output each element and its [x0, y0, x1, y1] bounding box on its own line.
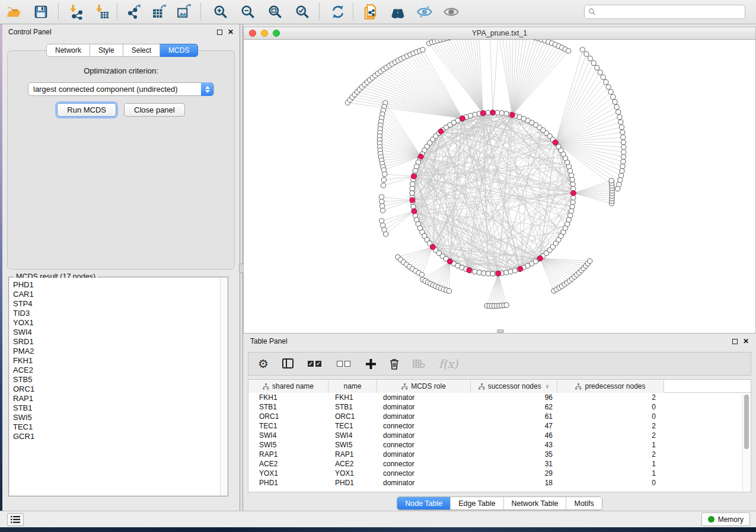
import-network-icon[interactable] — [67, 3, 85, 21]
table-row[interactable]: RAP1RAP1dominator352 — [248, 450, 751, 459]
table-cell[interactable]: YOX1 — [328, 469, 377, 478]
network-canvas[interactable] — [243, 40, 756, 334]
table-cell[interactable]: connector — [377, 440, 471, 450]
column-visibility-icon[interactable] — [282, 358, 294, 369]
table-cell[interactable]: connector — [377, 459, 471, 469]
table-cell[interactable]: 47 — [471, 421, 557, 431]
scrollbar-thumb[interactable] — [744, 395, 749, 449]
table-cell[interactable]: TEC1 — [328, 421, 377, 431]
export-image-icon[interactable] — [176, 3, 193, 21]
mcds-result-item[interactable]: GCR1 — [13, 432, 220, 441]
close-panel-button[interactable]: Close panel — [124, 103, 185, 117]
table-cell[interactable]: 2 — [557, 421, 664, 431]
table-cell[interactable]: ACE2 — [328, 459, 377, 469]
table-cell[interactable]: dominator — [377, 402, 471, 412]
run-mcds-button[interactable]: Run MCDS — [57, 103, 116, 117]
table-cell[interactable]: 29 — [471, 469, 557, 478]
close-panel-icon[interactable]: ✕ — [228, 28, 234, 36]
zoom-fit-icon[interactable] — [266, 3, 284, 21]
tab-select[interactable]: Select — [123, 44, 160, 57]
table-cell[interactable]: 62 — [471, 402, 557, 412]
table-cell[interactable]: 2 — [557, 431, 664, 440]
column-header-successor-nodes[interactable]: successor nodes∨ — [471, 380, 557, 393]
mcds-result-item[interactable]: STB1 — [13, 403, 220, 413]
optimization-criterion-dropdown[interactable]: largest connected component (undirected) — [28, 82, 214, 96]
table-scrollbar[interactable] — [742, 393, 750, 491]
table-row[interactable]: ACE2ACE2connector311 — [248, 459, 751, 469]
table-cell[interactable]: SWI4 — [248, 431, 328, 440]
table-cell[interactable]: 43 — [471, 440, 557, 450]
mcds-result-item[interactable]: ORC1 — [13, 384, 220, 394]
table-cell[interactable]: ORC1 — [248, 412, 328, 421]
float-panel-icon[interactable] — [217, 30, 222, 35]
tab-motifs[interactable]: Motifs — [566, 497, 601, 509]
table-cell[interactable]: 46 — [471, 431, 557, 440]
mcds-result-item[interactable]: CAR1 — [13, 290, 220, 299]
zoom-selected-icon[interactable] — [294, 3, 311, 21]
table-cell[interactable]: dominator — [377, 412, 471, 421]
mcds-result-item[interactable]: SRD1 — [13, 337, 220, 347]
table-cell[interactable]: SWI5 — [248, 440, 328, 450]
network-window-titlebar[interactable]: YPA_prune.txt_1 — [243, 27, 756, 40]
mcds-result-item[interactable]: STP4 — [13, 299, 220, 309]
column-header-MCDS-role[interactable]: MCDS role — [377, 380, 471, 393]
settings-gear-icon[interactable]: ⚙ — [258, 358, 269, 370]
table-cell[interactable]: dominator — [377, 393, 471, 402]
close-table-panel-icon[interactable]: ✕ — [743, 338, 749, 345]
table-row[interactable]: SWI5SWI5connector431 — [248, 440, 751, 450]
table-cell[interactable]: 2 — [557, 393, 664, 402]
table-cell[interactable]: dominator — [377, 478, 471, 488]
tab-edge-table[interactable]: Edge Table — [450, 497, 503, 509]
zoom-out-icon[interactable] — [239, 3, 257, 21]
search-input[interactable] — [596, 8, 741, 16]
table-cell[interactable]: TEC1 — [248, 421, 328, 431]
refresh-icon[interactable] — [329, 3, 347, 21]
mcds-result-item[interactable]: SWI4 — [13, 328, 220, 337]
tab-node-table[interactable]: Node Table — [397, 497, 450, 509]
table-cell[interactable]: dominator — [377, 450, 471, 459]
deselect-all-icon[interactable] — [337, 361, 352, 367]
table-cell[interactable]: 0 — [557, 478, 664, 488]
table-row[interactable]: FKH1FKH1dominator962 — [248, 393, 751, 402]
mcds-result-item[interactable]: STB5 — [13, 375, 220, 384]
table-cell[interactable]: STB1 — [248, 402, 328, 412]
add-column-icon[interactable] — [366, 359, 376, 369]
table-cell[interactable]: 18 — [471, 478, 557, 488]
table-cell[interactable]: 1 — [557, 459, 664, 469]
column-header-shared-name[interactable]: shared name — [248, 380, 328, 393]
table-cell[interactable]: STB1 — [328, 402, 377, 412]
delete-column-icon[interactable] — [390, 358, 399, 370]
table-cell[interactable]: 2 — [557, 450, 664, 459]
table-cell[interactable]: ORC1 — [328, 412, 377, 421]
function-builder-icon[interactable]: f(x) — [439, 357, 458, 370]
mcds-result-item[interactable]: TID3 — [13, 309, 220, 318]
table-row[interactable]: TEC1TEC1connector472 — [248, 421, 751, 431]
tab-mcds[interactable]: MCDS — [160, 44, 198, 57]
show-graphics-details-icon[interactable] — [442, 3, 460, 21]
table-cell[interactable]: 35 — [471, 450, 557, 459]
sort-indicator-icon[interactable]: ∨ — [546, 383, 550, 389]
clone-network-icon[interactable] — [362, 3, 379, 21]
table-cell[interactable]: FKH1 — [248, 393, 328, 402]
search-binoculars-icon[interactable] — [389, 3, 407, 21]
select-all-icon[interactable]: ✓✓ — [308, 361, 323, 367]
table-cell[interactable]: 1 — [557, 469, 664, 478]
tab-style[interactable]: Style — [90, 44, 123, 57]
tab-network-table[interactable]: Network Table — [503, 497, 566, 509]
float-table-panel-icon[interactable] — [732, 339, 738, 344]
table-cell[interactable]: PHD1 — [248, 478, 328, 488]
mcds-list-scrollbar[interactable] — [220, 278, 227, 495]
mcds-result-item[interactable]: RAP1 — [13, 394, 220, 403]
table-cell[interactable]: connector — [377, 469, 471, 478]
table-cell[interactable]: 0 — [557, 402, 664, 412]
zoom-in-icon[interactable] — [212, 3, 229, 21]
table-row[interactable]: SWI4SWI4dominator462 — [248, 431, 751, 440]
memory-button[interactable]: Memory — [701, 512, 750, 526]
export-network-icon[interactable] — [126, 3, 143, 21]
import-table-icon[interactable] — [93, 3, 111, 21]
mcds-result-item[interactable]: PHD1 — [13, 280, 220, 290]
search-field[interactable] — [584, 5, 745, 19]
table-cell[interactable]: 31 — [471, 459, 557, 469]
table-cell[interactable]: SWI5 — [328, 440, 377, 450]
table-cell[interactable]: 1 — [557, 440, 664, 450]
